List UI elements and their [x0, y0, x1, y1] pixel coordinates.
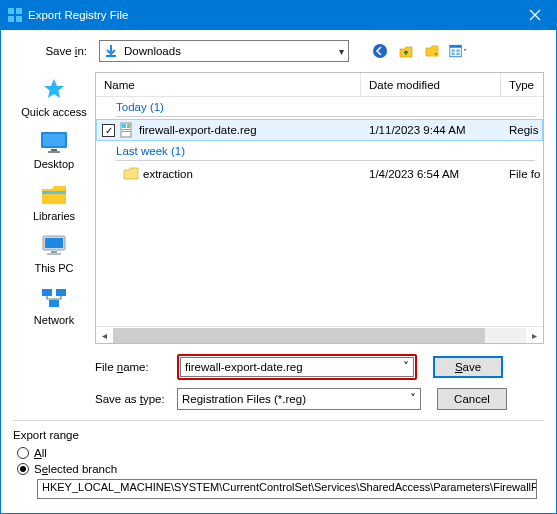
save-in-label: Save in: — [13, 45, 91, 57]
save-in-value: Downloads — [124, 45, 181, 57]
place-libraries[interactable]: Libraries — [18, 180, 90, 222]
column-headers[interactable]: Name Date modified Type — [96, 73, 543, 97]
savetype-label: Save as type: — [95, 393, 177, 405]
chevron-down-icon: ˅ — [403, 360, 409, 374]
back-icon[interactable] — [371, 42, 389, 60]
place-desktop[interactable]: Desktop — [18, 128, 90, 170]
file-type: Regis — [501, 124, 543, 136]
svg-rect-3 — [16, 16, 22, 22]
folder-icon — [123, 166, 139, 182]
list-item[interactable]: extraction 1/4/2023 6:54 AM File fo — [96, 163, 543, 185]
svg-rect-0 — [8, 8, 14, 14]
file-name: firewall-export-date.reg — [139, 124, 257, 136]
close-button[interactable] — [512, 0, 557, 30]
checkbox-icon[interactable]: ✓ — [102, 124, 115, 137]
save-in-combo[interactable]: Downloads ▾ — [99, 40, 349, 62]
filename-combo[interactable]: firewall-export-date.reg ˅ — [180, 357, 414, 377]
export-range-label: Export range — [13, 429, 544, 441]
network-icon — [38, 284, 70, 312]
col-type[interactable]: Type — [501, 73, 543, 96]
svg-rect-27 — [127, 124, 130, 128]
pc-icon — [38, 232, 70, 260]
svg-rect-22 — [42, 289, 52, 296]
place-quick-access[interactable]: Quick access — [18, 76, 90, 118]
new-folder-icon[interactable] — [423, 42, 441, 60]
svg-rect-16 — [48, 151, 60, 153]
svg-rect-8 — [450, 45, 461, 47]
registry-app-icon — [8, 8, 22, 22]
scroll-right-icon[interactable]: ▸ — [526, 327, 543, 344]
svg-rect-1 — [16, 8, 22, 14]
svg-rect-21 — [47, 253, 61, 255]
radio-selected-branch[interactable]: Selected branch — [17, 463, 544, 475]
scroll-left-icon[interactable]: ◂ — [96, 327, 113, 344]
cancel-button[interactable]: Cancel — [437, 388, 507, 410]
branch-path-input[interactable]: HKEY_LOCAL_MACHINE\SYSTEM\CurrentControl… — [37, 479, 537, 499]
col-date[interactable]: Date modified — [361, 73, 501, 96]
file-list: Name Date modified Type Today (1) ✓ fire… — [95, 72, 544, 344]
svg-point-5 — [373, 44, 387, 58]
svg-rect-20 — [51, 251, 57, 253]
svg-rect-14 — [43, 134, 65, 146]
filename-value: firewall-export-date.reg — [185, 361, 303, 373]
savetype-value: Registration Files (*.reg) — [182, 393, 306, 405]
svg-rect-19 — [45, 238, 63, 248]
up-one-level-icon[interactable] — [397, 42, 415, 60]
svg-rect-29 — [122, 131, 130, 132]
window-title: Export Registry File — [28, 9, 128, 21]
svg-rect-4 — [106, 55, 116, 57]
reg-file-icon — [119, 122, 135, 138]
svg-rect-11 — [451, 53, 454, 55]
place-this-pc[interactable]: This PC — [18, 232, 90, 274]
list-item[interactable]: ✓ firewall-export-date.reg 1/11/2023 9:4… — [96, 119, 543, 141]
svg-rect-24 — [49, 300, 59, 307]
svg-rect-10 — [456, 49, 459, 51]
group-today[interactable]: Today (1) — [96, 97, 543, 115]
col-name[interactable]: Name — [96, 73, 361, 96]
chevron-down-icon: ▾ — [339, 46, 344, 57]
title-bar: Export Registry File — [0, 0, 557, 30]
file-name: extraction — [143, 168, 193, 180]
svg-rect-15 — [51, 149, 57, 151]
svg-rect-26 — [122, 124, 126, 128]
savetype-combo[interactable]: Registration Files (*.reg) ˅ — [177, 388, 421, 410]
file-date: 1/4/2023 6:54 AM — [361, 168, 501, 180]
filename-label: File name: — [95, 361, 177, 373]
scroll-thumb[interactable] — [113, 328, 485, 343]
svg-rect-9 — [451, 49, 454, 51]
chevron-down-icon: ˅ — [410, 392, 416, 406]
place-network[interactable]: Network — [18, 284, 90, 326]
libraries-icon — [38, 180, 70, 208]
svg-rect-2 — [8, 16, 14, 22]
svg-rect-23 — [56, 289, 66, 296]
places-bar: Quick access Desktop Libraries This PC N… — [13, 72, 95, 344]
file-type: File fo — [501, 168, 543, 180]
horizontal-scrollbar[interactable]: ◂ ▸ — [96, 326, 543, 343]
svg-rect-28 — [122, 129, 130, 130]
downloads-icon — [104, 44, 118, 58]
filename-highlight: firewall-export-date.reg ˅ — [177, 354, 417, 380]
save-button[interactable]: Save — [433, 356, 503, 378]
view-menu-icon[interactable] — [449, 42, 467, 60]
group-lastweek[interactable]: Last week (1) — [96, 141, 543, 159]
star-icon — [38, 76, 70, 104]
radio-all[interactable]: All — [17, 447, 544, 459]
radio-icon — [17, 447, 29, 459]
desktop-icon — [38, 128, 70, 156]
svg-rect-17 — [42, 191, 66, 194]
file-date: 1/11/2023 9:44 AM — [361, 124, 501, 136]
radio-checked-icon — [17, 463, 29, 475]
svg-rect-12 — [456, 53, 459, 55]
